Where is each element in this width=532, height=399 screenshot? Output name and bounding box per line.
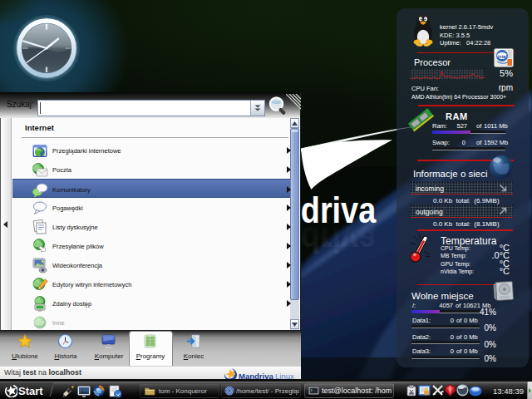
svg-text:intel: intel xyxy=(498,54,508,59)
svg-text:driva: driva xyxy=(301,219,377,259)
